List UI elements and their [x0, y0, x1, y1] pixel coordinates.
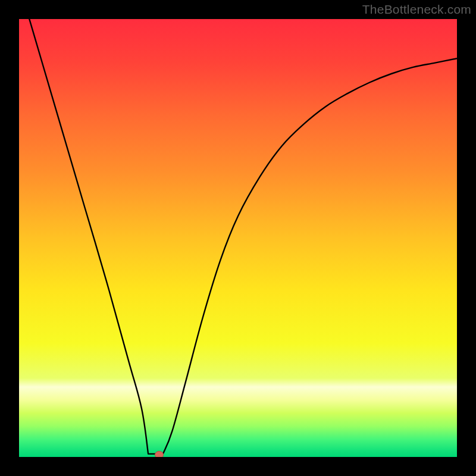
optimum-marker	[155, 451, 164, 457]
chart-frame: TheBottleneck.com	[0, 0, 476, 476]
plot-area	[19, 19, 457, 457]
gradient-background	[19, 19, 457, 457]
plot-svg	[19, 19, 457, 457]
watermark-text: TheBottleneck.com	[362, 2, 471, 17]
